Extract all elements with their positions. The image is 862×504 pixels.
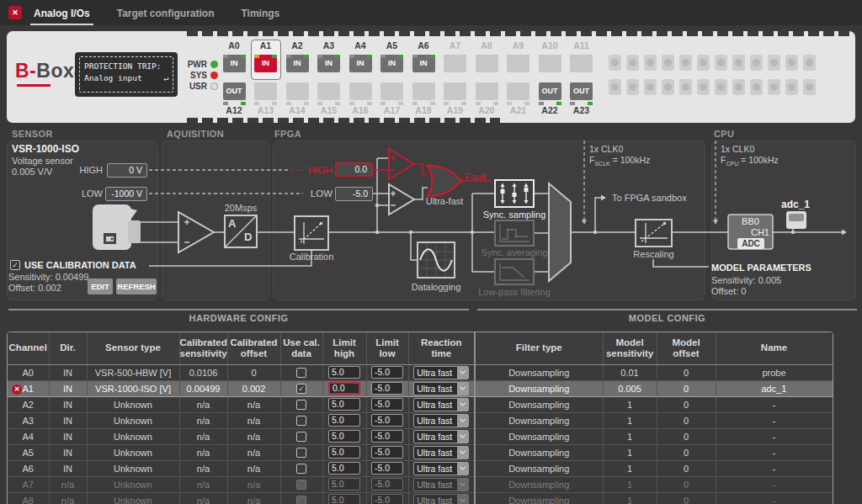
limit-low-input[interactable]: -5.0 — [371, 446, 403, 459]
tab-timings[interactable]: Timings — [237, 0, 283, 25]
channel-A18[interactable] — [410, 82, 438, 105]
channel-A4[interactable]: A4IN — [345, 40, 375, 80]
reaction-time-select[interactable]: Ultra fast — [413, 478, 469, 491]
limit-high-input[interactable]: 5.0 — [328, 430, 360, 443]
name-cell: adc_1 — [716, 380, 833, 396]
refresh-button[interactable]: REFRESH — [116, 279, 157, 294]
channel-label: A11 — [567, 40, 596, 50]
fpga-high-limit-input[interactable]: 0.0 — [335, 162, 373, 177]
dio-pad — [609, 79, 621, 95]
limit-low-input[interactable]: -5.0 — [371, 366, 403, 379]
channel-A9[interactable]: A9 — [503, 40, 534, 80]
table-row-A7[interactable]: A7n/aUnknownn/an/a5.0-5.0Ultra fastDowns… — [8, 476, 833, 492]
reaction-time-select[interactable]: Ultra fast — [413, 446, 469, 459]
channel-A22[interactable]: OUT — [536, 82, 564, 105]
limit-low-input[interactable]: -5.0 — [371, 478, 403, 491]
channel-A8[interactable]: A8 — [471, 40, 502, 80]
channel-A17[interactable] — [378, 82, 406, 105]
limit-high-input[interactable]: 5.0 — [328, 446, 360, 459]
channel-label: A20 — [471, 105, 502, 115]
reaction-time-select[interactable]: Ultra fast — [413, 398, 469, 411]
reaction-time-select[interactable]: Ultra fast — [413, 430, 469, 443]
tab-analog-ios[interactable]: Analog I/Os — [30, 0, 93, 25]
col-filter-type: Filter type — [475, 332, 603, 364]
limit-high-input[interactable]: 5.0 — [328, 494, 360, 504]
limit-high-input[interactable]: 5.0 — [328, 366, 360, 379]
channel-A15[interactable] — [315, 82, 343, 105]
channel-A13[interactable] — [252, 82, 279, 105]
dio-pad — [785, 55, 798, 71]
channel-A23[interactable]: OUT — [567, 82, 595, 105]
channel-A7[interactable]: A7 — [440, 40, 471, 80]
use-cal-checkbox[interactable] — [296, 496, 306, 504]
limit-low-input[interactable]: -5.0 — [371, 494, 403, 504]
channel-label: A7 — [441, 40, 470, 50]
limit-low-input[interactable]: -5.0 — [371, 398, 403, 411]
channel-A12[interactable]: OUT — [221, 82, 248, 105]
limit-high-input[interactable]: 5.0 — [328, 398, 360, 411]
channel-A5[interactable]: A5IN — [377, 40, 407, 80]
channel-A0[interactable]: A0IN — [219, 40, 249, 80]
use-cal-checkbox[interactable] — [296, 480, 306, 490]
limit-low-input[interactable]: -5.0 — [371, 414, 403, 427]
limit-low-input[interactable]: -5.0 — [371, 430, 403, 443]
use-cal-checkbox[interactable] — [296, 432, 306, 442]
limit-high-input[interactable]: 5.0 — [328, 462, 360, 475]
limit-high-input[interactable]: 5.0 — [328, 478, 360, 491]
channel-A3[interactable]: A3IN — [314, 40, 344, 80]
channel-config-table: Channel Dir. Sensor type Calibrated sens… — [7, 332, 833, 504]
channel-A19[interactable] — [441, 82, 469, 105]
reaction-time-select[interactable]: Ultra fast — [413, 494, 469, 504]
table-row-A0[interactable]: A0INVSR-500-HBW [V]0.010605.0-5.0Ultra f… — [8, 364, 833, 380]
channel-label: A8 — [472, 40, 501, 50]
channel-A10[interactable]: A10 — [535, 40, 565, 80]
table-body: A0INVSR-500-HBW [V]0.010605.0-5.0Ultra f… — [8, 364, 833, 504]
adc-label: ADC — [737, 239, 764, 248]
channel-A1[interactable]: A1IN — [251, 40, 281, 80]
channel-A21[interactable] — [504, 82, 532, 105]
use-cal-checkbox[interactable] — [296, 400, 306, 410]
table-row-A4[interactable]: A4INUnknownn/an/a5.0-5.0Ultra fastDownsa… — [8, 428, 833, 444]
use-calibration-checkbox[interactable]: ✓ — [10, 260, 20, 270]
sensor-high-input[interactable]: 0 V — [107, 163, 147, 178]
reaction-time-select[interactable]: Ultra fast — [413, 414, 469, 427]
edit-button[interactable]: EDIT — [88, 279, 113, 294]
name-cell: - — [716, 396, 833, 412]
channel-A6[interactable]: A6IN — [408, 40, 439, 80]
use-cal-checkbox[interactable] — [296, 368, 306, 378]
limit-high-input[interactable]: 5.0 — [328, 414, 360, 427]
limit-low-input[interactable]: -5.0 — [371, 462, 403, 475]
reaction-time-select[interactable]: Ultra fast — [413, 366, 469, 379]
table-row-A1[interactable]: ✕A1INVSR-1000-ISO [V]0.004990.002✓0.0-5.… — [8, 380, 833, 396]
use-cal-checkbox[interactable]: ✓ — [296, 384, 306, 394]
close-icon[interactable]: ✕ — [8, 6, 22, 19]
table-row-A8[interactable]: A8n/aUnknownn/an/a5.0-5.0Ultra fastDowns… — [8, 492, 833, 504]
dir-cell: IN — [49, 380, 87, 396]
table-row-A2[interactable]: A2INUnknownn/an/a5.0-5.0Ultra fastDownsa… — [8, 396, 833, 412]
status-tab-icon — [398, 55, 403, 58]
status-tab-icon — [493, 55, 498, 58]
channel-A16[interactable] — [347, 82, 375, 105]
limit-high-input[interactable]: 0.0 — [328, 382, 360, 395]
reaction-time-select[interactable]: Ultra fast — [413, 462, 469, 475]
table-row-A3[interactable]: A3INUnknownn/an/a5.0-5.0Ultra fastDownsa… — [8, 412, 833, 428]
channel-label: A9 — [504, 40, 533, 50]
tab-target-configuration[interactable]: Target configuration — [114, 0, 218, 25]
use-cal-checkbox[interactable] — [296, 464, 306, 474]
use-cal-checkbox[interactable] — [296, 448, 306, 458]
model-sensitivity-cell: 1 — [603, 428, 657, 444]
table-row-A5[interactable]: A5INUnknownn/an/a5.0-5.0Ultra fastDownsa… — [8, 444, 833, 460]
channel-label: A18 — [408, 105, 439, 115]
led-label-sys: SYS — [185, 71, 207, 80]
table-row-A6[interactable]: A6INUnknownn/an/a5.0-5.0Ultra fastDownsa… — [8, 460, 833, 476]
fpga-low-limit-input[interactable]: -5.0 — [335, 187, 373, 201]
channel-A20[interactable] — [473, 82, 501, 105]
channel-A14[interactable] — [284, 82, 311, 105]
status-tab-icon — [272, 55, 277, 58]
reaction-time-select[interactable]: Ultra fast — [413, 382, 469, 395]
channel-A2[interactable]: A2IN — [282, 40, 312, 80]
use-cal-checkbox[interactable] — [296, 416, 306, 426]
channel-A11[interactable]: A11 — [567, 40, 597, 80]
limit-low-input[interactable]: -5.0 — [371, 382, 403, 395]
sensor-low-input[interactable]: -1000 V — [105, 187, 147, 201]
